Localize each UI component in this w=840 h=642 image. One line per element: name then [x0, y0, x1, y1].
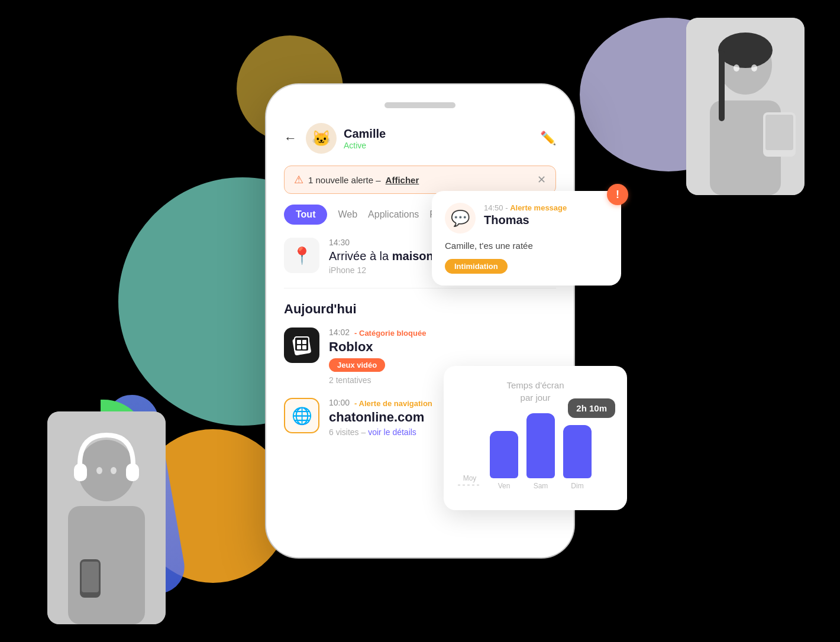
edit-button[interactable]: ✏️	[540, 131, 556, 146]
screen-time-chart: Moy Ven Sam Dim	[458, 413, 613, 490]
roblox-attempts: 2 tentatives	[329, 375, 426, 385]
back-button[interactable]: ←	[284, 131, 297, 146]
svg-rect-22	[297, 345, 301, 349]
svg-point-14	[96, 467, 102, 474]
chart-bar-ven: Ven	[490, 431, 518, 490]
tab-tout[interactable]: Tout	[284, 205, 327, 225]
chart-bar-dim: Dim	[563, 425, 592, 490]
web-visits: 6 visites – voir le détails	[329, 427, 432, 437]
web-site-name: chatonline.com	[329, 410, 432, 425]
location-title: Arrivée à la maison	[329, 249, 434, 263]
roblox-icon	[284, 328, 319, 363]
tab-applications[interactable]: Applications	[368, 209, 419, 220]
svg-point-15	[111, 467, 117, 474]
message-alert-label: Alerte message	[510, 203, 567, 212]
chart-bar-sam: Sam	[526, 413, 555, 490]
svg-rect-23	[302, 345, 306, 349]
avatar: 🐱	[306, 123, 337, 154]
message-card-header: 💬 14:50 - Alerte message Thomas	[445, 203, 608, 234]
svg-point-3	[718, 33, 773, 68]
tab-web[interactable]: Web	[338, 209, 357, 220]
svg-rect-17	[82, 562, 99, 592]
svg-rect-21	[302, 340, 306, 344]
message-alert-card: ! 💬 14:50 - Alerte message Thomas Camill…	[432, 191, 621, 286]
roblox-time: 14:02	[329, 328, 350, 337]
bar-sam	[526, 413, 555, 478]
location-time: 14:30	[329, 238, 434, 247]
profile-status: Active	[344, 141, 386, 150]
profile-name: Camille	[344, 127, 386, 141]
web-details-link[interactable]: voir le détails	[368, 427, 416, 437]
roblox-category-badge: Jeux vidéo	[329, 358, 385, 372]
svg-rect-4	[719, 50, 725, 121]
bar-dim	[563, 425, 592, 478]
alert-banner: ⚠ 1 nouvelle alerte – Afficher ✕	[284, 166, 556, 194]
chart-moy-label: Moy	[458, 474, 482, 490]
svg-rect-20	[297, 340, 301, 344]
roblox-alert-label: - Catégorie bloquée	[354, 329, 426, 338]
svg-rect-12	[74, 463, 87, 481]
phone-mockup: ← 🐱 Camille Active ✏️ ⚠ 1 nouvelle alert…	[266, 85, 574, 557]
phone-header: ← 🐱 Camille Active ✏️	[284, 123, 556, 154]
alert-message: 1 nouvelle alerte –	[308, 175, 381, 185]
alert-warning-icon: ⚠	[294, 173, 303, 186]
bar-ven-label: Ven	[498, 482, 511, 490]
message-sender: Thomas	[484, 213, 567, 227]
screen-time-badge: 2h 10m	[568, 398, 615, 418]
message-time: 14:50 - Alerte message	[484, 203, 567, 212]
screen-time-card: Temps d'écranpar jour 2h 10m Moy Ven Sam…	[444, 366, 627, 510]
section-header-today: Aujourd'hui	[284, 301, 556, 317]
alert-text: ⚠ 1 nouvelle alerte – Afficher	[294, 173, 419, 186]
web-time: 10:00	[329, 398, 350, 407]
location-icon: 📍	[284, 238, 319, 273]
bar-sam-label: Sam	[534, 482, 548, 490]
roblox-name: Roblox	[329, 339, 426, 355]
svg-point-5	[734, 64, 739, 72]
message-category-badge: Intimidation	[445, 259, 508, 274]
svg-rect-11	[68, 506, 145, 624]
web-alert-label: - Alerte de navigation	[354, 399, 432, 408]
phone-notch	[385, 102, 455, 108]
alert-close-button[interactable]: ✕	[537, 173, 546, 186]
person-right-photo	[686, 18, 805, 195]
location-device: iPhone 12	[329, 265, 434, 275]
profile-info: 🐱 Camille Active	[306, 123, 540, 154]
svg-rect-13	[126, 463, 139, 481]
web-icon: 🌐	[284, 398, 319, 433]
bar-ven	[490, 431, 518, 478]
message-content: Camille, t'es une ratée	[445, 241, 608, 251]
svg-rect-19	[295, 337, 309, 351]
person-left-photo	[47, 411, 166, 624]
message-bubble-icon: 💬	[445, 203, 476, 234]
alert-link[interactable]: Afficher	[386, 175, 419, 185]
svg-rect-8	[765, 115, 793, 150]
bar-dim-label: Dim	[571, 482, 583, 490]
message-warning-dot: !	[607, 184, 628, 205]
svg-point-6	[751, 64, 757, 72]
